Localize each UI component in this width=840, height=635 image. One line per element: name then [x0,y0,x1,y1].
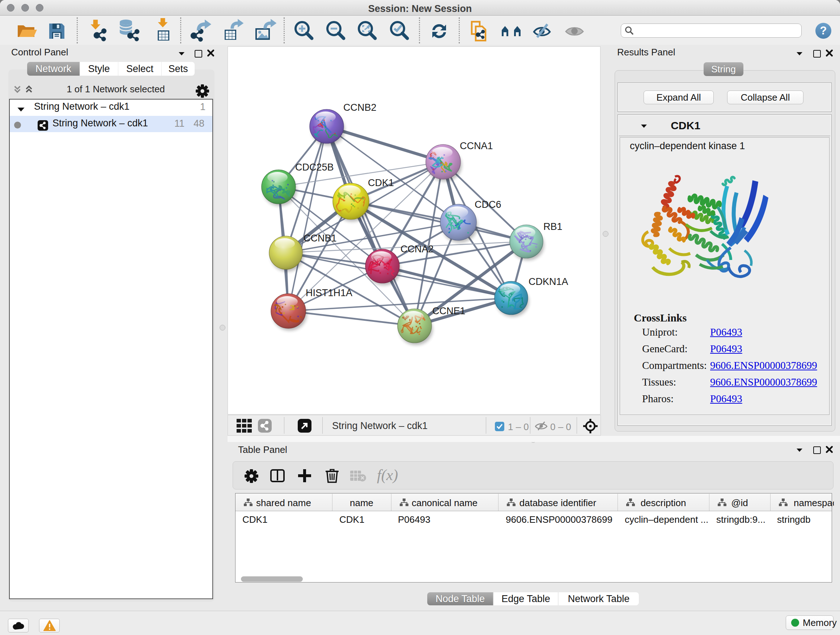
svg-text:HIST1H1A: HIST1H1A [306,287,352,298]
svg-text:CCNB2: CCNB2 [343,102,377,113]
svg-text:RB1: RB1 [543,221,562,232]
svg-text:CCNA2: CCNA2 [401,244,434,255]
svg-text:CCNE1: CCNE1 [432,306,466,317]
svg-text:CCNA1: CCNA1 [460,141,493,151]
svg-text:CDC6: CDC6 [475,199,501,210]
svg-text:CDC25B: CDC25B [295,162,334,173]
svg-text:CDK1: CDK1 [368,177,394,188]
svg-text:CCNB1: CCNB1 [303,233,337,244]
svg-text:CDKN1A: CDKN1A [529,276,568,287]
